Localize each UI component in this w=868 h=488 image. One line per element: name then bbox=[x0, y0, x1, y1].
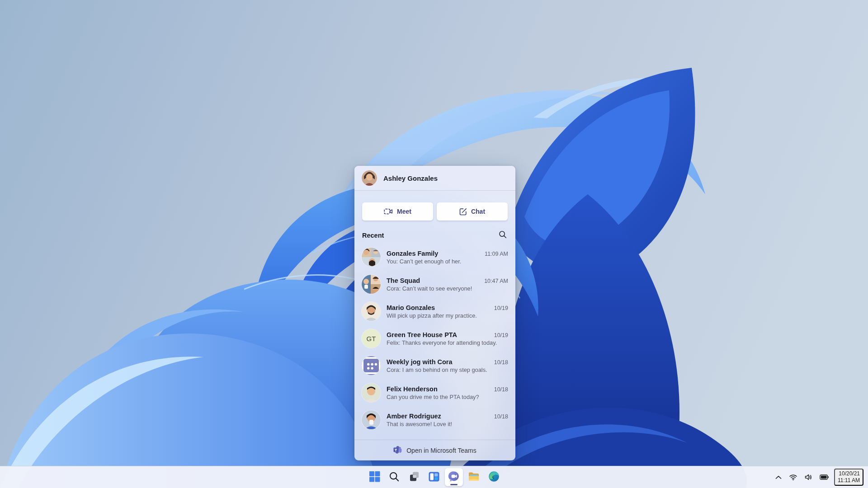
chat-row-green-tree-house-pta[interactable]: GT Green Tree House PTA10/19 Felix: Than… bbox=[354, 325, 515, 352]
recent-header: Recent bbox=[354, 221, 515, 244]
task-view-button[interactable] bbox=[405, 468, 423, 486]
widgets-icon bbox=[428, 471, 440, 483]
tray-chevron-up-icon[interactable] bbox=[773, 474, 784, 481]
chat-time: 10/19 bbox=[494, 332, 508, 338]
group-collage-avatar bbox=[362, 248, 381, 267]
edge-icon bbox=[488, 471, 500, 483]
battery-icon[interactable] bbox=[817, 473, 831, 482]
photo-avatar bbox=[362, 383, 381, 402]
widgets-button[interactable] bbox=[425, 468, 443, 486]
teams-logo-icon bbox=[393, 446, 402, 455]
volume-icon[interactable] bbox=[802, 472, 814, 482]
user-name: Ashley Gonzales bbox=[383, 174, 438, 182]
teams-chat-flyout: Ashley Gonzales Meet Chat Recent bbox=[354, 166, 515, 460]
flyout-profile-header: Ashley Gonzales bbox=[354, 166, 515, 191]
chat-row-the-squad[interactable]: The Squad10:47 AM Cora: Can’t wait to se… bbox=[354, 271, 515, 298]
group-collage-avatar bbox=[362, 275, 381, 294]
chat-preview: Felix: Thanks everyone for attending tod… bbox=[387, 339, 508, 346]
search-button[interactable] bbox=[498, 230, 508, 241]
file-explorer-button[interactable] bbox=[465, 468, 483, 486]
chat-preview: That is awesome! Love it! bbox=[387, 421, 508, 427]
meet-button[interactable]: Meet bbox=[362, 202, 433, 221]
chat-preview: Will pick up pizza after my practice. bbox=[387, 312, 508, 319]
clock[interactable]: 10/20/21 11:11 AM bbox=[834, 469, 863, 486]
chat-preview: Cora: Can’t wait to see everyone! bbox=[387, 285, 508, 292]
chat-row-felix-henderson[interactable]: Felix Henderson10/18 Can you drive me to… bbox=[354, 379, 515, 406]
search-icon bbox=[499, 230, 507, 240]
chat-taskbar-button[interactable] bbox=[445, 468, 463, 486]
chat-row-weekly-jog[interactable]: Weekly jog with Cora10/18 Cora: I am so … bbox=[354, 352, 515, 379]
chat-title: Amber Rodriguez bbox=[387, 413, 441, 420]
chat-title: Weekly jog with Cora bbox=[387, 358, 453, 366]
chat-time: 11:09 AM bbox=[485, 251, 508, 257]
wifi-icon[interactable] bbox=[787, 473, 799, 482]
windows-start-icon bbox=[369, 471, 380, 483]
tray-date: 10/20/21 bbox=[838, 470, 860, 477]
chat-time: 10/19 bbox=[494, 305, 508, 311]
chat-time: 10/18 bbox=[494, 386, 508, 393]
start-button[interactable] bbox=[365, 468, 383, 486]
compose-icon bbox=[459, 208, 467, 216]
chat-preview: Can you drive me to the PTA today? bbox=[387, 394, 508, 400]
initials-avatar: GT bbox=[362, 329, 381, 348]
chat-button[interactable]: Chat bbox=[437, 202, 508, 221]
taskbar-search-button[interactable] bbox=[385, 468, 403, 486]
chat-title: Green Tree House PTA bbox=[387, 331, 457, 338]
chat-preview: You: Can’t get enough of her. bbox=[387, 258, 508, 265]
chat-time: 10:47 AM bbox=[484, 278, 508, 284]
chat-title: Mario Gonzales bbox=[387, 304, 435, 311]
chat-title: The Squad bbox=[387, 277, 420, 284]
flyout-footer: Open in Microsoft Teams bbox=[354, 440, 515, 460]
tray-time: 11:11 AM bbox=[838, 477, 860, 484]
user-avatar bbox=[362, 170, 377, 186]
recent-label: Recent bbox=[362, 232, 384, 239]
system-tray: 10/20/21 11:11 AM bbox=[773, 469, 863, 486]
video-camera-icon bbox=[384, 208, 393, 215]
task-view-icon bbox=[409, 471, 420, 483]
desktop: Ashley Gonzales Meet Chat Recent bbox=[0, 0, 868, 488]
chat-row-gonzales-family[interactable]: Gonzales Family11:09 AM You: Can’t get e… bbox=[354, 244, 515, 271]
folder-icon bbox=[468, 471, 480, 483]
open-in-teams-label: Open in Microsoft Teams bbox=[406, 447, 476, 454]
search-icon bbox=[389, 471, 400, 483]
meet-button-label: Meet bbox=[397, 208, 411, 215]
chat-button-label: Chat bbox=[471, 208, 485, 215]
photo-avatar bbox=[362, 410, 381, 429]
chat-time: 10/18 bbox=[494, 359, 508, 366]
active-app-indicator bbox=[450, 484, 458, 485]
calendar-icon bbox=[362, 356, 381, 375]
action-buttons: Meet Chat bbox=[354, 191, 515, 221]
chat-time: 10/18 bbox=[494, 413, 508, 420]
edge-button[interactable] bbox=[485, 468, 503, 486]
photo-avatar bbox=[362, 302, 381, 321]
chat-row-mario-gonzales[interactable]: Mario Gonzales10/19 Will pick up pizza a… bbox=[354, 298, 515, 325]
chat-preview: Cora: I am so behind on my step goals. bbox=[387, 366, 508, 373]
taskbar: 10/20/21 11:11 AM bbox=[0, 466, 868, 488]
chat-title: Felix Henderson bbox=[387, 385, 438, 393]
taskbar-center-icons bbox=[365, 468, 503, 486]
chat-title: Gonzales Family bbox=[387, 250, 438, 257]
open-in-teams-button[interactable]: Open in Microsoft Teams bbox=[391, 445, 479, 455]
chat-row-amber-rodriguez[interactable]: Amber Rodriguez10/18 That is awesome! Lo… bbox=[354, 406, 515, 433]
teams-chat-icon bbox=[448, 470, 460, 484]
recent-chat-list: Gonzales Family11:09 AM You: Can’t get e… bbox=[354, 244, 515, 433]
